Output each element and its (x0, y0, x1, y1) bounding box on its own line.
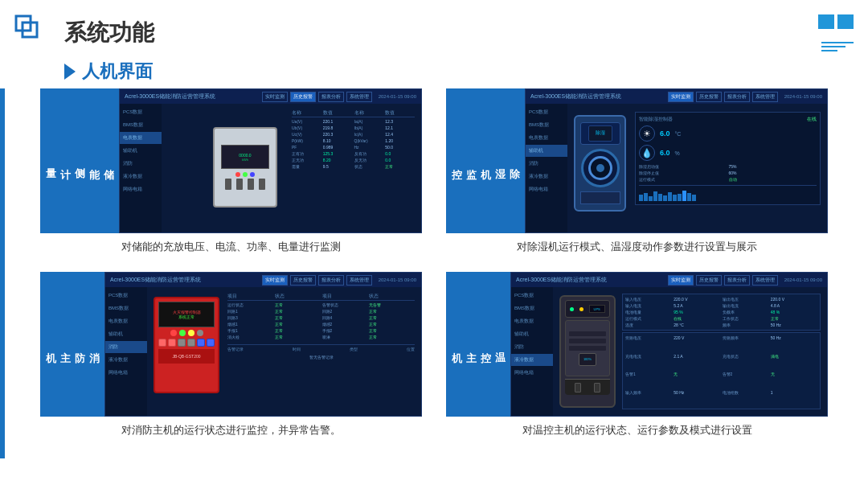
energy-sys-title: Acrel-3000ES储能消防运营管理系统 (125, 92, 259, 101)
dehum-temp-row: ☀ 6.0 °C (639, 125, 817, 142)
dehum-nav-report[interactable]: 报表分析 (724, 92, 750, 102)
dehum-nav-pcs[interactable]: PCS数据 (526, 106, 567, 118)
row8: 需量 9.5 状态 正常 (292, 164, 415, 169)
dehum-content-area: 除湿 (571, 107, 824, 229)
temp-ctrl-nav-pcs[interactable]: PCS数据 (511, 290, 553, 302)
dehum-nav-system[interactable]: 系统管理 (752, 92, 778, 102)
energy-nav-monitor[interactable]: 实时监测 (262, 92, 288, 102)
temp-ctrl-nav-liquid[interactable]: 液冷数据 (511, 354, 553, 366)
bar4 (653, 191, 657, 201)
fire-device: 火灾报警控制器 系统正常 (154, 297, 219, 393)
fire-nav-pcs[interactable]: PCS数据 (105, 290, 147, 302)
left-bar (0, 88, 5, 458)
fire-nav-liquid[interactable]: 液冷数据 (105, 354, 147, 366)
dehum-base (580, 191, 620, 204)
dehum-nav-bms[interactable]: BMS数据 (526, 119, 567, 131)
bar1 (639, 195, 643, 201)
panel-temp-ctrl-row: 温控主机 Acrel-3000ES储能消防运营管理系统 实时监测 历史报警 报表… (446, 272, 828, 417)
fire-btn6 (207, 339, 215, 347)
energy-nav-pcs[interactable]: PCS数据 (120, 106, 162, 118)
fire-row4: 烟感1 正常 烟感2 正常 (227, 322, 415, 327)
ups-display-text: 100% (583, 357, 592, 361)
fire-nav-aux[interactable]: 辅助机 (105, 328, 147, 340)
panel-fire-caption: 对消防主机的运行状态进行监控，并异常告警。 (40, 421, 422, 439)
temp-ctrl-nav-fire[interactable]: 消防 (511, 341, 553, 353)
energy-topbar: Acrel-3000ES储能消防运营管理系统 实时监测 历史报警 报表分析 系统… (120, 89, 421, 104)
temp-ctrl-nav-meter[interactable]: 电表数据 (511, 315, 553, 327)
fire-btn2 (168, 339, 176, 347)
meter-screen-unit: kWh (242, 158, 248, 162)
dehum-set-val2: 60% (729, 171, 817, 175)
energy-nav-network[interactable]: 网络电箱 (120, 183, 162, 195)
temp-value: 6.0 (660, 129, 670, 138)
panel-dehum-caption: 对除湿机运行模式、温湿度动作参数进行设置与展示 (446, 238, 828, 256)
fire-nav-alarm[interactable]: 历史报警 (290, 275, 316, 286)
bar9 (678, 194, 682, 201)
fire-buttons (158, 339, 215, 347)
fire-model: JB-QB-GST200 (172, 354, 200, 359)
dehum-settings: 除湿启动值 75% 除湿停止值 60% 运行模式 自动 (639, 164, 817, 182)
energy-nav-report[interactable]: 报表分析 (318, 92, 344, 102)
fire-nav-network[interactable]: 网络电箱 (105, 367, 147, 379)
energy-nav-bms[interactable]: BMS数据 (120, 119, 162, 131)
energy-nav-meter[interactable]: 电表数据 (120, 132, 162, 144)
dehum-nav: 实时监测 历史报警 报表分析 系统管理 (668, 92, 778, 102)
temp-ctrl-nav-report[interactable]: 报表分析 (724, 275, 750, 286)
temp-ctrl-topbar: Acrel-3000ES储能消防运营管理系统 实时监测 历史报警 报表分析 系统… (511, 273, 827, 287)
temp-icon: ☀ (643, 129, 651, 139)
dehum-nav-fire[interactable]: 消防 (526, 158, 567, 170)
energy-nav-fire[interactable]: 消防 (120, 158, 162, 170)
dehum-body: PCS数据 BMS数据 电表数据 辅助机 消防 液冷数据 网络电箱 (526, 104, 827, 232)
temp-ctrl-nav-monitor[interactable]: 实时监测 (668, 275, 694, 286)
dehum-screen-text: 除湿 (596, 129, 605, 137)
panel-dehum-label: 除湿机监控 (446, 88, 525, 233)
col-val1: 数值 (323, 110, 353, 116)
dehum-nav-meter[interactable]: 电表数据 (526, 132, 567, 144)
dehum-nav-alarm[interactable]: 历史报警 (696, 92, 722, 102)
hum-values: 6.0 (660, 149, 670, 157)
dehum-nav-liquid[interactable]: 液冷数据 (526, 171, 567, 183)
dehum-set-label3: 运行模式 (639, 177, 727, 182)
dehum-chart (639, 185, 817, 201)
fire-nav-fire[interactable]: 消防 (105, 341, 147, 353)
fire-data-area: 项目 状态 项目 状态 运行状态 正常 告警状态 (227, 294, 415, 409)
energy-nav-system[interactable]: 系统管理 (346, 92, 372, 102)
temp-ctrl-nav-aux[interactable]: 辅助机 (511, 328, 553, 340)
row5: PF 0.989 Hz 50.0 (292, 145, 415, 150)
energy-nav: 实时监测 历史报警 报表分析 系统管理 (262, 92, 372, 102)
energy-nav-liquid[interactable]: 液冷数据 (120, 171, 162, 183)
temp-ctrl-date: 2024-01-15 09:00 (784, 277, 822, 282)
temp-ctrl-nav-bms[interactable]: BMS数据 (511, 302, 553, 314)
dehum-nav-monitor[interactable]: 实时监测 (668, 92, 694, 102)
dehum-nav-aux[interactable]: 辅助机 (526, 145, 567, 157)
energy-main: 0000.0 kWh (162, 104, 421, 232)
fire-row1: 运行状态 正常 告警状态 无告警 (227, 302, 415, 307)
right-line1 (821, 42, 854, 43)
temp-ctrl-content-area: UPS 100% (556, 290, 824, 413)
fire-nav-bms[interactable]: BMS数据 (105, 302, 147, 314)
dehum-nav-network[interactable]: 网络电箱 (526, 183, 567, 195)
panel-dehum: 除湿机监控 Acrel-3000ES储能消防运营管理系统 实时监测 历史报警 报… (446, 88, 828, 256)
energy-data-header: 名称 数值 名称 数值 (292, 110, 415, 117)
col-name: 名称 (292, 110, 321, 116)
fire-nav-system[interactable]: 系统管理 (346, 275, 372, 286)
temp-ctrl-nav-network[interactable]: 网络电箱 (511, 367, 553, 379)
temp-circle: ☀ (639, 125, 655, 142)
meter-screen: 0000.0 kWh (221, 145, 269, 169)
meter-port1 (225, 179, 231, 190)
energy-nav-aux[interactable]: 辅助机 (120, 145, 162, 157)
bar3 (649, 196, 653, 201)
energy-nav-alarm[interactable]: 历史报警 (290, 92, 316, 102)
fire-nav-report[interactable]: 报表分析 (318, 275, 344, 286)
meter-device: 0000.0 kWh (213, 127, 277, 208)
fire-btn4 (187, 339, 195, 347)
row6: 正有功 125.3 反有功 0.0 (292, 151, 415, 156)
fire-nav-meter[interactable]: 电表数据 (105, 315, 147, 327)
energy-date: 2024-01-15 09:00 (379, 94, 416, 99)
fire-nav-monitor[interactable]: 实时监测 (262, 275, 288, 286)
dehum-screen: 除湿 (588, 125, 612, 142)
temp-ctrl-nav-alarm[interactable]: 历史报警 (696, 275, 722, 286)
dehum-topbar: Acrel-3000ES储能消防运营管理系统 实时监测 历史报警 报表分析 系统… (526, 89, 827, 104)
temp-ctrl-nav-system[interactable]: 系统管理 (752, 275, 778, 286)
top-right-decor (818, 14, 854, 29)
